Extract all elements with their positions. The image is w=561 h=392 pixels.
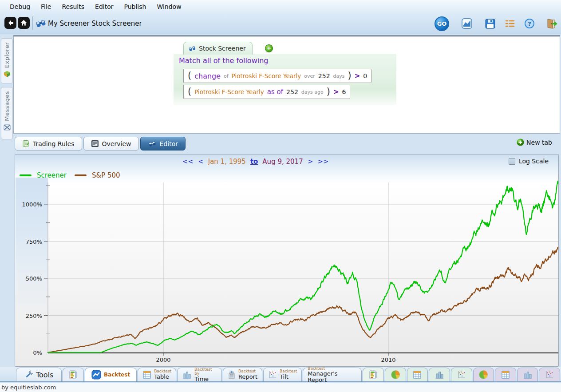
binoculars-icon xyxy=(36,19,46,30)
menu-item-publish[interactable]: Publish xyxy=(119,1,151,12)
rule-token: ( xyxy=(188,70,191,81)
rule-token: 252 xyxy=(318,72,330,79)
rule-token: 6 xyxy=(342,88,346,95)
rule-token: 252 xyxy=(286,88,298,95)
scatter-icon xyxy=(268,370,277,379)
x-axis-tick-label: 2000 xyxy=(156,356,170,363)
document-title: My Screener Stock Screener xyxy=(48,20,142,28)
bottom-tab-time[interactable]: Backtest byTime xyxy=(177,368,222,381)
bottom-tab-table[interactable]: BacktestTable xyxy=(138,368,176,381)
new-tab-button[interactable]: New tab xyxy=(517,139,552,146)
explorer-tab-label: Explorer xyxy=(4,42,10,68)
svg-text:?: ? xyxy=(528,20,531,27)
wrench-icon xyxy=(24,370,33,379)
rule-token: ) xyxy=(327,86,330,97)
plus-icon xyxy=(517,139,524,146)
rule-token: > xyxy=(333,88,339,96)
bottom-tab-label: Manager's Report xyxy=(308,371,357,383)
add-screener-tab-button[interactable]: + xyxy=(265,44,273,52)
bottom-tab-category: Backtest by xyxy=(194,368,217,376)
status-bar: by equitieslab.com xyxy=(0,383,561,392)
bottom-tab-bars-icon[interactable] xyxy=(429,368,450,381)
sidebar-tab-explorer[interactable]: Explorer xyxy=(1,38,13,83)
bottom-tab-label: Table xyxy=(154,374,171,380)
bottom-tab-histogram-icon[interactable] xyxy=(63,368,84,381)
x-axis-tick-label: 2010 xyxy=(381,356,395,363)
tab-editor[interactable]: Editor xyxy=(140,137,186,150)
y-axis-tick-label: 1000% xyxy=(22,201,42,208)
rule-token: days ago xyxy=(301,89,324,95)
screener-rule-1[interactable]: (changeofPiotroski F-Score Yearlyover252… xyxy=(183,69,371,83)
bars-icon xyxy=(182,370,192,379)
messages-icon xyxy=(4,124,11,132)
sidebar-tab-messages[interactable]: Messages xyxy=(1,87,13,139)
toolbar-divider xyxy=(32,16,33,30)
bottom-tab-pie-icon[interactable] xyxy=(473,368,494,381)
view-tab-label: Overview xyxy=(102,140,131,147)
home-icon xyxy=(20,19,28,27)
rule-token: change xyxy=(194,72,221,80)
bottom-tab-pie-icon[interactable] xyxy=(385,368,406,381)
book-icon xyxy=(22,140,30,147)
list-button[interactable] xyxy=(504,17,516,30)
view-tab-label: Editor xyxy=(160,140,178,147)
view-tab-label: Trading Rules xyxy=(33,140,75,147)
save-button[interactable] xyxy=(484,17,496,30)
main-toolbar: My Screener Stock Screener GO ? xyxy=(0,13,561,34)
go-button[interactable]: GO xyxy=(435,16,449,31)
bottom-tab-label: Report xyxy=(238,374,257,380)
bottom-tab-table-icon[interactable] xyxy=(495,368,516,381)
editor-panel: Stock Screener + Match all of the follow… xyxy=(13,36,560,134)
bars-icon xyxy=(435,370,444,379)
messages-tab-label: Messages xyxy=(4,91,10,121)
rule-token: Piotroski F-Score Yearly xyxy=(232,72,301,79)
back-button[interactable] xyxy=(4,17,16,29)
bottom-tab-scatter-icon[interactable] xyxy=(451,368,472,381)
bottom-tab-scatter-icon[interactable] xyxy=(539,368,560,381)
table-icon xyxy=(413,370,422,379)
scatter-icon xyxy=(545,370,554,379)
tab-overview[interactable]: Overview xyxy=(83,137,139,150)
performance-chart[interactable]: 0%250%500%750%1000%20002010 xyxy=(15,154,558,366)
view-tabs: Trading RulesOverviewEditor xyxy=(15,137,186,150)
screener-rule-2[interactable]: (Piotroski F-Score Yearlyas of252days ag… xyxy=(183,85,350,99)
chart-button[interactable] xyxy=(461,17,473,30)
histogram-icon xyxy=(69,370,78,379)
y-axis-tick-label: 500% xyxy=(26,275,42,282)
bottom-tab-report[interactable]: BacktestReport xyxy=(223,368,262,381)
menu-item-file[interactable]: File xyxy=(36,1,56,12)
rule-token: as of xyxy=(267,88,283,96)
rule-token: over xyxy=(304,73,315,79)
table-icon xyxy=(501,370,510,379)
y-axis-tick-label: 0% xyxy=(33,349,42,356)
tab-stock-screener[interactable]: Stock Screener xyxy=(183,42,253,55)
bottom-tab-label: Backtest xyxy=(104,372,130,378)
tab-trading-rules[interactable]: Trading Rules xyxy=(15,137,82,150)
bottom-tab-table-icon[interactable] xyxy=(407,368,428,381)
exit-button[interactable] xyxy=(545,17,558,30)
menu-item-debug[interactable]: Debug xyxy=(4,1,36,12)
y-axis-tick-label: 750% xyxy=(26,238,42,245)
bottom-tab-tools[interactable]: Tools xyxy=(16,368,62,381)
bottom-tab-tilt[interactable]: BacktestTilt xyxy=(263,368,302,381)
chartline-icon xyxy=(91,370,101,380)
bottom-tab-backtest[interactable]: Backtest xyxy=(85,368,137,381)
help-button[interactable]: ? xyxy=(523,17,536,30)
back-arrow-icon xyxy=(7,19,14,27)
menu-item-editor[interactable]: Editor xyxy=(90,1,119,12)
bottom-tab-label: Tools xyxy=(36,371,53,379)
bottom-tab-manager-s-report[interactable]: BacktestManager's Report xyxy=(303,368,362,381)
rule-token: > xyxy=(355,72,360,80)
home-button[interactable] xyxy=(18,17,30,29)
pie-icon xyxy=(391,370,400,380)
bottom-tab-histogram-icon[interactable] xyxy=(363,368,384,381)
menu-bar: DebugFileResultsEditorPublishWindow xyxy=(0,0,561,13)
menu-item-results[interactable]: Results xyxy=(56,1,90,12)
bottom-tab-bars-icon[interactable] xyxy=(517,368,538,381)
y-axis-tick-label: 250% xyxy=(26,313,42,319)
backtest-chart-panel: <<<Jan 1, 1995toAug 9, 2017>>> Log Scale… xyxy=(15,154,559,367)
menu-item-window[interactable]: Window xyxy=(151,1,186,12)
bottom-tab-bar: ToolsBacktestBacktestTableBacktest byTim… xyxy=(0,367,561,382)
bars-icon xyxy=(523,370,533,379)
pie-icon xyxy=(478,370,488,380)
